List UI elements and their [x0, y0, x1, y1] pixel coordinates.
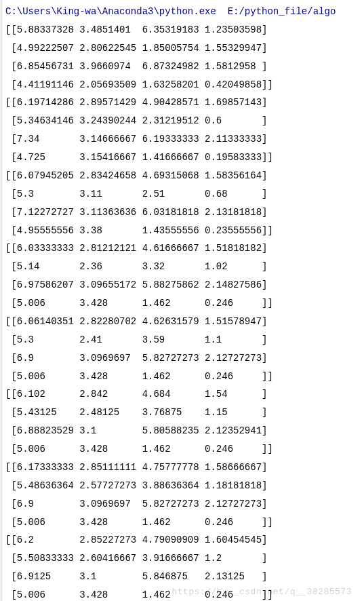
editor-gutter	[0, 0, 2, 601]
output-line: [6.88823529 3.1 5.80588235 2.12352941]	[5, 425, 267, 436]
output-line: [6.9125 3.1 5.846875 2.13125 ]	[5, 571, 267, 582]
output-line: [6.9 3.0969697 5.82727273 2.12727273]	[5, 499, 267, 509]
console-output: C:\Users\King-wa\Anaconda3\python.exe E:…	[0, 0, 364, 601]
output-line: [5.43125 2.48125 3.76875 1.15 ]	[5, 407, 267, 418]
output-line: [5.3 3.11 2.51 0.68 ]	[5, 189, 267, 199]
output-line: [[6.07945205 2.83424658 4.69315068 1.583…	[5, 170, 267, 181]
output-line: [4.41191146 2.05693509 1.63258201 0.4204…	[5, 79, 273, 90]
output-line: [[5.88337328 3.4851401 6.35319183 1.2350…	[5, 24, 267, 35]
output-line: [5.14 2.36 3.32 1.02 ]	[5, 261, 267, 272]
output-line: [7.12272727 3.11363636 6.03181818 2.1318…	[5, 207, 267, 218]
output-line: [5.006 3.428 1.462 0.246 ]]	[5, 298, 273, 309]
output-line: [6.85456731 3.9660974 6.87324982 1.58129…	[5, 61, 267, 72]
interpreter-path: C:\Users\King-wa\Anaconda3\python.exe E:…	[5, 6, 336, 17]
output-line: [5.34634146 3.24390244 2.31219512 0.6 ]	[5, 115, 267, 126]
output-line: [7.34 3.14666667 6.19333333 2.11333333]	[5, 134, 267, 144]
output-line: [5.50833333 2.60416667 3.91666667 1.2 ]	[5, 553, 267, 564]
output-line: [6.97586207 3.09655172 5.88275862 2.1482…	[5, 279, 267, 290]
output-line: [[6.17333333 2.85111111 4.75777778 1.586…	[5, 462, 267, 473]
output-line: [5.48636364 2.57727273 3.88636364 1.1818…	[5, 480, 267, 491]
output-line: [5.006 3.428 1.462 0.246 ]]	[5, 371, 273, 382]
output-line: [6.9 3.0969697 5.82727273 2.12727273]	[5, 353, 267, 364]
output-line: [5.006 3.428 1.462 0.246 ]]	[5, 517, 273, 528]
output-line: [4.95555556 3.38 1.43555556 0.23555556]]	[5, 225, 273, 236]
output-line: [[6.2 2.85227273 4.79090909 1.60454545]	[5, 535, 267, 545]
output-line: [4.99222507 2.80622545 1.85005754 1.5532…	[5, 43, 267, 54]
output-line: [5.006 3.428 1.462 0.246 ]]	[5, 444, 273, 454]
output-line: [[6.06140351 2.82280702 4.62631579 1.515…	[5, 316, 267, 327]
watermark-text: https://b___csdn.net/q__38285573	[171, 587, 352, 597]
output-line: [[6.03333333 2.81212121 4.61666667 1.518…	[5, 243, 267, 254]
output-line: [5.3 2.41 3.59 1.1 ]	[5, 334, 267, 345]
output-line: [4.725 3.15416667 1.41666667 0.19583333]…	[5, 152, 273, 163]
output-line: [[6.102 2.842 4.684 1.54 ]	[5, 389, 267, 400]
output-line: [[6.19714286 2.89571429 4.90428571 1.698…	[5, 97, 267, 108]
